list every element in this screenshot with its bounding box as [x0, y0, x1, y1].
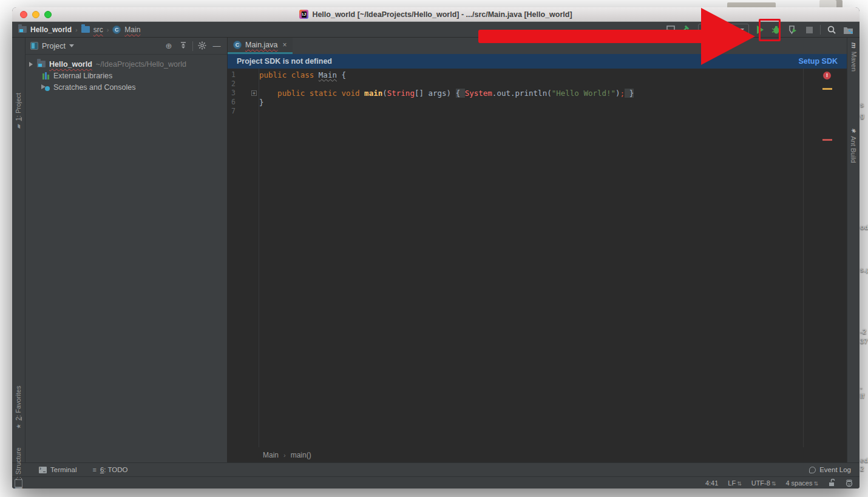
close-tab-icon[interactable]: × [283, 41, 287, 49]
status-bar: 4:41 LF⇅ UTF-8⇅ 4 spaces⇅ [12, 476, 860, 489]
collapse-all-icon[interactable] [178, 41, 189, 50]
error-stripe-mark[interactable] [822, 139, 832, 141]
desktop-label-fragment: s.p [860, 266, 868, 273]
intellij-app-icon: IJ [299, 10, 308, 19]
gutter-line-number: 6 [228, 98, 259, 107]
toolwindow-button-terminal[interactable]: Terminal [39, 466, 76, 473]
todo-list-icon: ≡ [92, 466, 96, 473]
code-line [259, 107, 847, 116]
gutter-line-number: 2 [228, 79, 259, 89]
gutter-line-number: 7 [228, 107, 259, 116]
libraries-icon [41, 72, 50, 79]
tree-row-project-root[interactable]: Hello_world ~/IdeaProjects/Hello_world [25, 58, 227, 70]
project-panel-header: Project ⊕ — [25, 38, 227, 55]
run-with-coverage-button[interactable] [787, 24, 798, 35]
project-folder-icon [37, 61, 46, 67]
desktop-label-fragment: 37 [860, 337, 868, 345]
toolwindow-button-favorites[interactable]: ★2: Favorites [15, 386, 22, 429]
window-title: IJ Hello_world [~/IdeaProjects/Hello_wor… [299, 10, 572, 19]
toolwindow-button-eventlog[interactable]: Event Log [809, 466, 851, 473]
desktop-label-fragment: od' [860, 223, 868, 231]
annotation-arrow-tail [478, 30, 703, 43]
inspections-hector-icon[interactable] [845, 479, 853, 487]
close-window-button[interactable] [20, 11, 27, 18]
class-icon: C [233, 41, 242, 49]
warning-stripe-mark[interactable] [822, 88, 832, 90]
breadcrumb-separator: › [107, 26, 109, 33]
scratches-icon [41, 84, 50, 91]
editor-column: C Main.java × Project SDK is not defined… [228, 38, 847, 462]
project-panel-icon [30, 42, 38, 50]
toolwindow-icon: ▰ [15, 124, 22, 129]
error-indicator-icon[interactable]: ! [823, 72, 831, 79]
desktop-label-fragment: ed [860, 456, 868, 464]
lock-icon[interactable] [828, 479, 835, 487]
breadcrumb-main[interactable]: Main [124, 25, 140, 34]
desktop-label-fragment: s [860, 101, 864, 108]
indent-selector[interactable]: 4 spaces⇅ [785, 479, 818, 487]
breadcrumb-class[interactable]: Main [263, 451, 279, 459]
breadcrumb: Hello_world › src › C Main [18, 25, 140, 34]
project-structure-icon[interactable] [843, 24, 853, 35]
annotation-highlight-rectangle [759, 19, 781, 41]
desktop-label-fragment: 2 [860, 465, 864, 472]
code-line [259, 79, 847, 89]
stop-button[interactable] [804, 24, 815, 35]
locate-file-icon[interactable]: ⊕ [163, 41, 174, 50]
panel-header-divider [192, 41, 193, 51]
gutter-line-number: 3+ [228, 89, 259, 98]
project-folder-icon [18, 26, 27, 33]
editor-body[interactable]: 123+67 public class Main { public static… [228, 69, 847, 447]
fold-marker-icon[interactable]: + [251, 90, 257, 96]
line-ending-selector[interactable]: LF⇅ [728, 479, 741, 487]
desktop-label-fragment: lf [860, 392, 864, 399]
code-area[interactable]: public class Main { public static void m… [259, 69, 847, 447]
chevron-down-icon[interactable] [69, 44, 74, 47]
breadcrumb-src[interactable]: src [93, 25, 103, 34]
main-area: ▰1: Project★2: Favorites▙7: Structure Pr… [12, 38, 860, 462]
tree-row-scratches[interactable]: Scratches and Consoles [25, 81, 227, 93]
toolwindow-button-todo[interactable]: ≡ 6: TODO [92, 466, 127, 473]
class-icon: C [112, 25, 121, 34]
toolwindow-toggle-icon[interactable] [16, 479, 22, 486]
right-margin-guide [803, 69, 804, 447]
tree-project-name: Hello_world [49, 60, 92, 69]
code-line: } [259, 98, 847, 107]
toolwindow-icon: ∗ [850, 127, 858, 133]
tree-row-external-libraries[interactable]: External Libraries [25, 70, 227, 81]
bottom-toolwindow-bar: Terminal ≡ 6: TODO Event Log [12, 462, 860, 476]
ide-window: IJ Hello_world [~/IdeaProjects/Hello_wor… [12, 7, 860, 489]
toolwindow-button-ant-build[interactable]: ∗Ant Build [850, 127, 858, 163]
breadcrumb-method[interactable]: main() [291, 451, 311, 459]
toolwindow-icon: m [850, 42, 858, 49]
hide-panel-icon[interactable]: — [211, 41, 222, 50]
traffic-lights [20, 11, 52, 18]
todo-label: 6: TODO [100, 466, 128, 473]
zoom-window-button[interactable] [44, 11, 52, 18]
toolwindow-button-project[interactable]: ▰1: Project [15, 93, 22, 129]
expand-chevron-icon[interactable] [29, 62, 33, 67]
terminal-label: Terminal [50, 466, 76, 473]
gear-icon[interactable] [197, 41, 208, 50]
desktop-folder-icon[interactable] [727, 2, 776, 7]
tree-item-label: Scratches and Consoles [53, 83, 136, 92]
code-line: public class Main { [259, 70, 847, 79]
breadcrumb-project[interactable]: Hello_world [30, 25, 72, 34]
desktop-label-fragment: - [860, 384, 863, 391]
sdk-banner-message: Project SDK is not defined [237, 57, 332, 66]
right-toolwindow-stripe: mMaven∗Ant Build [847, 38, 860, 462]
encoding-selector[interactable]: UTF-8⇅ [751, 479, 776, 487]
caret-position[interactable]: 4:41 [705, 479, 718, 487]
editor-gutter[interactable]: 123+67 [228, 69, 259, 447]
tab-label: Main.java [245, 41, 278, 49]
desktop-label-fragment: -2 [860, 328, 866, 335]
breadcrumb-separator: › [75, 26, 78, 33]
project-tree[interactable]: Hello_world ~/IdeaProjects/Hello_world E… [25, 55, 227, 93]
search-everywhere-icon[interactable] [826, 24, 837, 35]
tab-main-java[interactable]: C Main.java × [228, 38, 293, 54]
project-tool-window: Project ⊕ — Hello_world ~/IdeaProj [25, 38, 228, 462]
setup-sdk-link[interactable]: Setup SDK [798, 57, 838, 66]
minimize-window-button[interactable] [32, 11, 39, 18]
event-log-label: Event Log [819, 466, 851, 473]
toolwindow-button-maven[interactable]: mMaven [850, 42, 858, 72]
